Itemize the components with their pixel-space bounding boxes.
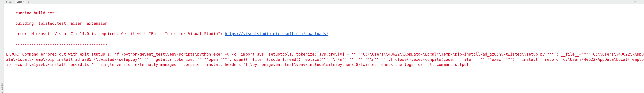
- svg-point-0: [635, 2, 635, 2]
- download-link[interactable]: https://visualstudio.microsoft.com/downl…: [225, 31, 328, 36]
- sidebar-favorites-label: 2: Favorites: [1, 82, 3, 93]
- terminal-error-block: ERROR: Command errored out with exit sta…: [6, 52, 644, 67]
- terminal-line: building 'twisted.test.raiser' extension: [6, 21, 644, 26]
- gear-icon[interactable]: [634, 1, 636, 3]
- terminal-error-line: error: Microsoft Visual C++ 14.0 is requ…: [6, 31, 644, 36]
- terminal-error-prefix: error: Microsoft Visual C++ 14.0 is requ…: [15, 31, 225, 36]
- tab-local[interactable]: Local ×: [15, 0, 26, 4]
- minimize-icon[interactable]: [639, 1, 642, 3]
- terminal-title: Terminal:: [4, 0, 15, 4]
- close-icon[interactable]: ×: [22, 1, 24, 3]
- terminal-tabs: Local × +: [15, 0, 31, 4]
- terminal-output[interactable]: running build_ext building 'twisted.test…: [4, 4, 644, 93]
- plus-icon: +: [28, 1, 29, 4]
- terminal-header: Terminal: Local × +: [4, 0, 644, 4]
- add-tab-button[interactable]: +: [26, 0, 31, 4]
- terminal-header-actions: [634, 0, 644, 4]
- tab-local-label: Local: [17, 1, 22, 3]
- sidebar-favorites-tab[interactable]: 2: Favorites: [0, 0, 4, 93]
- terminal-line: running build_ext: [6, 10, 644, 16]
- terminal-divider: ----------------------------------------: [6, 41, 644, 47]
